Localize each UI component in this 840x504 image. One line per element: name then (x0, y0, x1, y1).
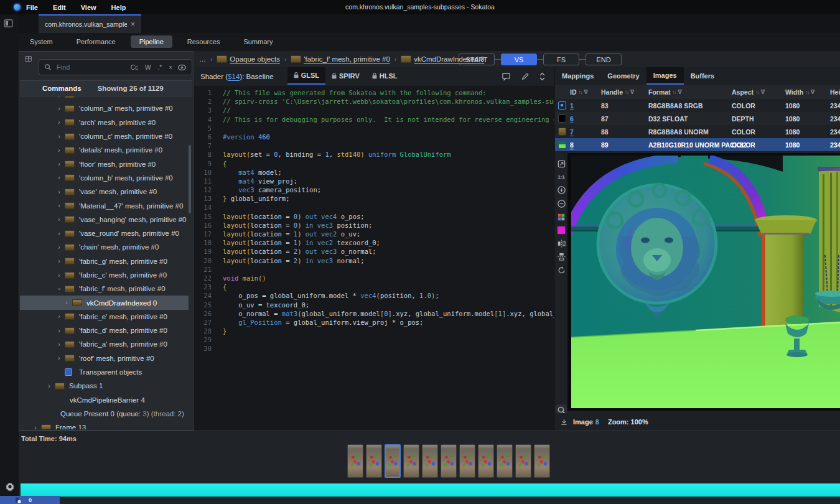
image-table-row[interactable]: 687D32 SFLOATDEPTH10802340 (555, 112, 840, 125)
tree-item[interactable]: Transparent objects (20, 365, 189, 379)
shader-code-editor[interactable]: 1// This file was generated from Sokatoa… (194, 86, 554, 431)
tree-item[interactable]: ›'fabric_f' mesh, primitive #0 (20, 282, 189, 296)
chevron-right-icon[interactable]: › (56, 105, 62, 112)
shader-tab-spirv[interactable]: SPIRV (325, 67, 366, 85)
stage-button-vs[interactable]: VS (501, 54, 537, 65)
cell-id[interactable]: 1 (570, 99, 574, 112)
tree-scrollbar-thumb[interactable] (189, 145, 191, 213)
image-table-row[interactable]: 889A2B10G10R10 UNORM PACK32COLOR10802340 (555, 138, 840, 151)
filter-icon[interactable]: ∇ (761, 89, 765, 95)
breadcrumb-item[interactable]: Opaque objects (217, 55, 280, 63)
chevron-right-icon[interactable]: › (56, 216, 62, 223)
tree-item[interactable]: ›'column_c' mesh, primitive #0 (20, 129, 189, 143)
tab-resources[interactable]: Resources (179, 35, 229, 48)
timeline-bar[interactable] (21, 483, 840, 497)
stage-button-end[interactable]: END (586, 54, 622, 65)
tree-item[interactable]: ›'fabric_c' mesh, primitive #0 (20, 268, 189, 282)
tree-item[interactable]: ›Subpass 1 (20, 379, 189, 393)
frame-thumbnail[interactable] (478, 444, 494, 478)
frame-thumbnail[interactable] (441, 444, 457, 478)
frame-thumbnail[interactable] (403, 444, 419, 478)
tab-system[interactable]: System (21, 35, 62, 48)
panel-grid-icon[interactable] (24, 55, 32, 63)
sort-icon[interactable]: ↑↓ (805, 90, 809, 95)
shader-handle-link[interactable]: $14 (228, 73, 240, 80)
tree-item[interactable]: Queue Present 0 (queue: 3) (thread: 2) (20, 407, 189, 421)
column-header-handle[interactable]: Handle↑↓∇ (601, 85, 634, 99)
status-badge[interactable]: 0 (0, 496, 60, 504)
column-header-height[interactable]: Height↑↓∇ (830, 85, 840, 99)
breadcrumb-collapsed[interactable]: … (199, 55, 206, 63)
zoomin-icon[interactable] (556, 185, 567, 196)
tree-item[interactable]: ›'column_a' mesh, primitive #0 (20, 101, 189, 115)
tree-item[interactable]: ›'fabric_a' mesh, primitive #0 (20, 337, 189, 351)
chevron-right-icon[interactable]: › (56, 272, 62, 279)
tab-summary[interactable]: Summary (235, 35, 281, 48)
resource-tab-geometry[interactable]: Geometry (600, 67, 646, 85)
tree-item[interactable]: ›'fabric_d' mesh, primitive #0 (20, 324, 189, 337)
find-placeholder[interactable]: Find (57, 63, 126, 71)
download-icon[interactable] (560, 418, 568, 426)
find-option-w[interactable]: W (145, 64, 151, 71)
resource-tab-buffers[interactable]: Buffers (684, 67, 722, 85)
tree-item[interactable]: ›'chain' mesh, primitive #0 (20, 240, 189, 254)
chevron-right-icon[interactable]: › (56, 96, 62, 98)
chevron-right-icon[interactable]: › (56, 244, 62, 251)
cell-id[interactable]: 7 (570, 125, 574, 138)
frame-thumbnail[interactable] (366, 444, 382, 478)
shader-tab-hlsl[interactable]: HLSL (366, 67, 404, 85)
chevron-right-icon[interactable]: › (63, 299, 70, 306)
one-icon[interactable]: 1:1 (556, 171, 567, 182)
chevron-right-icon[interactable]: › (56, 189, 62, 195)
sort-icon[interactable]: ↑↓ (755, 90, 759, 95)
tree-item[interactable]: ›Frame 13 (20, 421, 189, 429)
tab-pipeline[interactable]: Pipeline (131, 35, 172, 48)
tree-item[interactable]: ›vkCmdDrawIndexed 0 (20, 296, 189, 309)
tree-item[interactable]: › (20, 96, 189, 101)
tree-item[interactable]: vkCmdPipelineBarrier 4 (20, 393, 189, 407)
find-bar[interactable]: Find CcW.*× (39, 59, 192, 75)
tree-item[interactable]: ›'column_b' mesh, primitive #0 (20, 171, 189, 185)
font-size-stepper-icon[interactable] (539, 72, 545, 81)
close-tab-icon[interactable]: × (131, 20, 135, 29)
chevron-right-icon[interactable]: › (46, 383, 52, 390)
frame-thumbnail[interactable] (422, 444, 438, 478)
stage-button-start[interactable]: START (459, 54, 495, 65)
zoomout-icon[interactable] (556, 198, 567, 209)
chevron-right-icon[interactable]: › (56, 161, 62, 167)
frame-thumbnail[interactable] (515, 444, 531, 478)
chevron-right-icon[interactable]: › (56, 133, 62, 140)
image-viewport[interactable] (567, 153, 840, 411)
cell-id[interactable]: 6 (570, 112, 574, 125)
sidebar-toggle-icon[interactable] (4, 19, 14, 29)
rotate-icon[interactable] (556, 264, 567, 276)
breadcrumb-item[interactable]: 'fabric_f' mesh, primitive #0 (291, 55, 390, 63)
tab-performance[interactable]: Performance (68, 35, 124, 48)
find-option-x[interactable]: × (169, 64, 172, 71)
image-table-row[interactable]: 183R8G8B8A8 SRGBCOLOR10802340 (555, 99, 840, 112)
fit-icon[interactable] (556, 158, 567, 169)
stage-button-fs[interactable]: FS (543, 54, 579, 65)
shader-tab-glsl[interactable]: GLSL (287, 67, 325, 85)
chevron-right-icon[interactable]: › (56, 202, 62, 209)
chevron-right-icon[interactable]: › (56, 327, 62, 334)
column-header-aspect[interactable]: Aspect↑↓∇ (732, 85, 765, 99)
tree-item[interactable]: ›'fabric_g' mesh, primitive #0 (20, 254, 189, 268)
frame-thumbnail[interactable] (385, 444, 401, 478)
sort-icon[interactable]: ↑↓ (673, 90, 676, 95)
chevron-right-icon[interactable]: › (56, 230, 62, 237)
menu-view[interactable]: View (81, 4, 96, 11)
chevron-right-icon[interactable]: › (56, 147, 62, 154)
menu-edit[interactable]: Edit (53, 4, 66, 11)
fliph-icon[interactable] (556, 238, 567, 249)
filter-icon[interactable]: ∇ (630, 89, 634, 95)
settings-gear-icon[interactable] (5, 482, 16, 493)
resource-tab-mappings[interactable]: Mappings (555, 67, 600, 85)
chevron-right-icon[interactable]: › (56, 174, 62, 181)
menu-help[interactable]: Help (111, 4, 126, 11)
resource-tab-images[interactable]: Images (646, 67, 684, 85)
chevron-right-icon[interactable]: › (56, 341, 62, 348)
column-header-width[interactable]: Width↑↓∇ (785, 85, 814, 99)
tree-item[interactable]: ›'vase_hanging' mesh, primitive #0 (20, 213, 189, 226)
image-id-link[interactable]: 8 (595, 418, 599, 426)
